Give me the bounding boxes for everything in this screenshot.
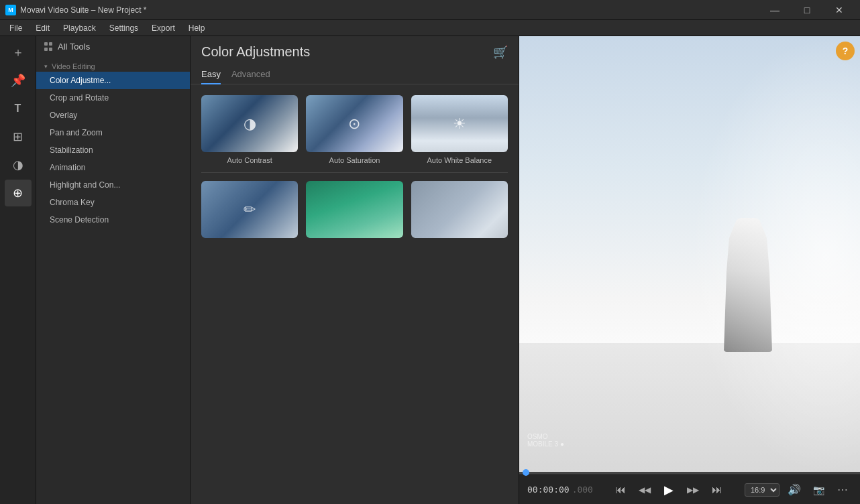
adj-panel-header: Color Adjustments 🛒	[191, 36, 519, 60]
filter-row2-1[interactable]: ✏	[201, 181, 298, 242]
light-effect	[690, 36, 860, 475]
tab-advanced[interactable]: Advanced	[231, 65, 270, 84]
play-button[interactable]: ▶	[659, 481, 678, 499]
adj-divider	[201, 172, 508, 173]
tool-overlay[interactable]: Overlay	[36, 107, 190, 124]
filter-thumb-whitebal: ☀	[411, 95, 508, 152]
pin-button[interactable]: 📌	[5, 67, 32, 94]
grid-icon	[44, 42, 54, 52]
filters-grid-row1: ◑ Auto Contrast ⊙ Auto Saturation ☀ A	[201, 95, 508, 164]
filters-button[interactable]: ⊕	[5, 180, 32, 206]
filters-grid-row2: ✏	[201, 181, 508, 242]
menu-help[interactable]: Help	[182, 22, 212, 34]
playback-controls: 00:00:00.000 ⏮ ◀◀ ▶ ▶▶ ⏭ 16:9 4:3 1:1 🔊 …	[519, 475, 860, 504]
skip-to-end-button[interactable]: ⏭	[708, 481, 727, 499]
playback-right-controls: 16:9 4:3 1:1 🔊 📷 ⋯	[745, 481, 852, 499]
tool-pan-zoom[interactable]: Pan and Zoom	[36, 124, 190, 141]
video-editing-label[interactable]: ▾ Video Editing	[36, 60, 190, 72]
adj-panel-title: Color Adjustments	[201, 44, 310, 60]
filter-thumb-row2a: ✏	[201, 181, 298, 238]
app-icon: M	[5, 5, 16, 15]
current-time-ms: .000	[572, 485, 593, 495]
tool-color-adjustments[interactable]: Color Adjustme...	[36, 72, 190, 89]
video-editing-section: ▾ Video Editing Color Adjustme... Crop a…	[36, 57, 190, 231]
aspect-ratio-select[interactable]: 16:9 4:3 1:1	[745, 483, 780, 497]
prev-frame-button[interactable]: ◀◀	[635, 481, 654, 499]
preview-scrubber[interactable]	[519, 472, 860, 475]
close-button[interactable]: ✕	[824, 0, 855, 20]
stickers-button[interactable]: ◑	[5, 151, 32, 178]
tools-panel: All Tools ▾ Video Editing Color Adjustme…	[36, 36, 191, 504]
tool-highlight-contrast[interactable]: Highlight and Con...	[36, 176, 190, 194]
adj-content: ◑ Auto Contrast ⊙ Auto Saturation ☀ A	[191, 84, 519, 504]
menu-file[interactable]: File	[3, 22, 29, 34]
tool-stabilization[interactable]: Stabilization	[36, 141, 190, 159]
screenshot-button[interactable]: 📷	[809, 481, 828, 499]
pencil-icon: ✏	[244, 201, 256, 218]
whitebal-icon: ☀	[453, 115, 466, 133]
transitions-button[interactable]: ⊞	[5, 123, 32, 150]
next-frame-button[interactable]: ▶▶	[684, 481, 702, 499]
all-tools-header[interactable]: All Tools	[36, 36, 190, 57]
filter-auto-contrast[interactable]: ◑ Auto Contrast	[201, 95, 298, 164]
filter-auto-white-balance[interactable]: ☀ Auto White Balance	[411, 95, 508, 164]
filter-label-contrast: Auto Contrast	[227, 156, 272, 164]
preview-content	[519, 36, 860, 475]
filter-thumb-contrast: ◑	[201, 95, 298, 152]
filter-row2-2[interactable]	[306, 181, 402, 242]
skip-to-start-button[interactable]: ⏮	[611, 481, 630, 499]
title-bar: M Movavi Video Suite – New Project * — □…	[0, 0, 860, 20]
all-tools-label: All Tools	[58, 42, 90, 52]
playback-buttons: ⏮ ◀◀ ▶ ▶▶ ⏭	[611, 481, 727, 499]
menu-edit[interactable]: Edit	[29, 22, 56, 34]
main-content: ＋ 📌 T ⊞ ◑ ⊕ All Tools ▾ Video Editing Co…	[0, 36, 860, 504]
menu-settings[interactable]: Settings	[103, 22, 145, 34]
minimize-button[interactable]: —	[759, 0, 790, 20]
maximize-button[interactable]: □	[792, 0, 822, 20]
tool-scene-detection[interactable]: Scene Detection	[36, 211, 190, 229]
contrast-icon: ◑	[244, 115, 256, 133]
filter-row2-3[interactable]	[411, 181, 508, 242]
tool-animation[interactable]: Animation	[36, 159, 190, 176]
color-adjustments-panel: Color Adjustments 🛒 Easy Advanced ◑ Auto…	[191, 36, 519, 504]
preview-video: ? OSMO MOBILE 3 ●	[519, 36, 860, 475]
filter-label-saturation: Auto Saturation	[329, 156, 380, 164]
preview-area: ? OSMO MOBILE 3 ● 00:00:00.000 ⏮ ◀◀ ▶ ▶▶…	[519, 36, 860, 504]
menu-export[interactable]: Export	[145, 22, 182, 34]
filter-auto-saturation[interactable]: ⊙ Auto Saturation	[306, 95, 402, 164]
osmo-label: OSMO MOBILE 3 ●	[527, 433, 564, 448]
help-button[interactable]: ?	[836, 42, 855, 60]
tool-crop-rotate[interactable]: Crop and Rotate	[36, 89, 190, 107]
cart-icon[interactable]: 🛒	[493, 45, 508, 60]
menu-playback[interactable]: Playback	[56, 22, 103, 34]
adj-tabs: Easy Advanced	[191, 60, 519, 84]
filter-label-whitebal: Auto White Balance	[427, 156, 492, 164]
saturation-icon: ⊙	[348, 115, 360, 133]
filter-thumb-saturation: ⊙	[306, 95, 402, 152]
tab-easy[interactable]: Easy	[201, 65, 221, 84]
filter-thumb-row2c	[411, 181, 508, 238]
app-title: Movavi Video Suite – New Project *	[20, 5, 147, 15]
add-media-button[interactable]: ＋	[5, 39, 32, 66]
current-time: 00:00:00	[527, 485, 570, 495]
volume-button[interactable]: 🔊	[785, 481, 804, 499]
filter-thumb-row2b	[306, 181, 402, 238]
tool-chroma-key[interactable]: Chroma Key	[36, 194, 190, 211]
more-options-button[interactable]: ⋯	[833, 481, 852, 499]
titles-button[interactable]: T	[5, 95, 32, 122]
menu-bar: File Edit Playback Settings Export Help	[0, 20, 860, 36]
icon-bar: ＋ 📌 T ⊞ ◑ ⊕	[0, 36, 36, 504]
